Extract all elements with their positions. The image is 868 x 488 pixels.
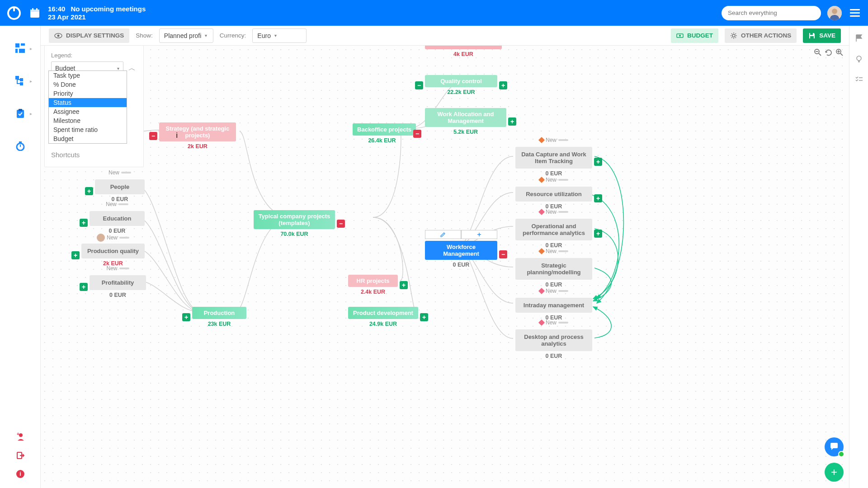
search-input[interactable] — [728, 9, 815, 16]
rail-timer[interactable] — [11, 137, 29, 155]
legend-option[interactable]: Status — [49, 98, 127, 107]
currency-label: Currency: — [220, 32, 246, 39]
legend-option[interactable]: % Done — [49, 80, 127, 89]
expand-toggle[interactable]: + — [182, 313, 190, 321]
legend-dropdown[interactable]: Task type% DonePriorityStatusAssigneeMil… — [48, 70, 127, 144]
toolbar: DISPLAY SETTINGS Show: Planned profi▾ Cu… — [41, 26, 849, 46]
currency-select[interactable]: Euro▾ — [252, 28, 307, 43]
node-workforce[interactable]: Workforce Management 0 EUR − — [425, 241, 497, 268]
node-production[interactable]: Production 23k EUR + — [192, 307, 246, 327]
right-rail — [849, 26, 868, 488]
user-avatar[interactable] — [827, 6, 842, 20]
svg-rect-9 — [15, 43, 19, 47]
rail-add-user-icon[interactable]: + — [16, 432, 25, 443]
collapse-panel-icon[interactable]: ︿ — [127, 63, 137, 73]
node-center[interactable]: Typical company projects (templates) 70.… — [254, 210, 335, 237]
legend-option[interactable]: Priority — [49, 89, 127, 98]
expand-toggle[interactable]: + — [80, 219, 88, 227]
node-backoffice[interactable]: Backoffice projects 26.4k EUR − — [353, 123, 411, 144]
show-select[interactable]: Planned profi▾ — [159, 28, 213, 43]
collapse-toggle[interactable]: − — [415, 81, 423, 89]
calendar-icon[interactable] — [29, 7, 41, 19]
svg-rect-5 — [36, 8, 38, 10]
svg-line-35 — [819, 53, 821, 56]
collapse-toggle[interactable]: − — [413, 130, 421, 138]
svg-line-38 — [840, 53, 843, 56]
expand-toggle[interactable]: + — [499, 81, 507, 89]
node-data-capture[interactable]: New Data Capture and Work Item Tracking … — [515, 147, 592, 177]
node-product-dev[interactable]: Product development 24.9k EUR + — [348, 307, 418, 327]
mindmap-canvas[interactable]: ▸ Legend: Budget ▾ ︿ Shortcuts Task type… — [41, 46, 849, 488]
expand-drawer-icon[interactable]: ▸ — [41, 197, 43, 217]
node-quality-control[interactable]: Quality control 22.2k EUR − + — [425, 75, 497, 95]
svg-rect-3 — [30, 9, 39, 12]
expand-toggle[interactable]: + — [420, 313, 428, 321]
checklist-icon[interactable] — [855, 75, 863, 85]
svg-rect-14 — [20, 79, 23, 81]
node-desktop[interactable]: New Desktop and process analytics 0 EUR — [515, 329, 592, 359]
display-settings-button[interactable]: DISPLAY SETTINGS — [49, 28, 129, 43]
show-label: Show: — [136, 32, 153, 39]
save-button[interactable]: SAVE — [803, 28, 841, 43]
expand-toggle[interactable]: + — [80, 283, 88, 291]
svg-rect-32 — [810, 33, 813, 35]
collapse-toggle[interactable]: − — [149, 132, 157, 140]
chat-fab[interactable] — [825, 437, 844, 456]
legend-option[interactable]: Spent time ratio — [49, 125, 127, 134]
search-box[interactable] — [722, 6, 821, 20]
other-actions-button[interactable]: OTHER ACTIONS — [725, 28, 797, 43]
legend-option[interactable]: Milestone — [49, 116, 127, 125]
node-prod-quality[interactable]: New Production quality 2k EUR + — [81, 244, 145, 267]
expand-toggle[interactable]: + — [71, 251, 80, 259]
rail-hierarchy[interactable]: ▸ — [11, 72, 29, 90]
info-badge-icon[interactable]: i — [176, 131, 178, 140]
zoom-out-icon[interactable] — [814, 48, 822, 58]
legend-option[interactable]: Task type — [49, 71, 127, 80]
svg-rect-1 — [13, 8, 15, 11]
collapse-toggle[interactable]: − — [499, 250, 507, 258]
node-work-allocation[interactable]: Work Allocation and Management 5.2k EUR … — [425, 108, 506, 135]
node-profitability[interactable]: New Profitability 0 EUR + — [90, 275, 146, 298]
rail-dashboard[interactable]: ▸ — [11, 39, 29, 57]
expand-toggle[interactable]: + — [594, 194, 602, 202]
node-top-cut[interactable]: 4k EUR — [425, 46, 502, 57]
collapse-toggle[interactable]: − — [337, 220, 345, 228]
rail-info-icon[interactable]: i — [16, 470, 24, 480]
add-fab[interactable]: + — [825, 463, 844, 482]
app-logo[interactable] — [6, 5, 22, 21]
svg-text:+: + — [17, 432, 19, 436]
node-people[interactable]: New People 0 EUR + — [95, 179, 145, 202]
budget-button[interactable]: BUDGET — [671, 28, 718, 43]
header-time: 16:40 — [48, 5, 65, 13]
svg-point-7 — [832, 9, 837, 14]
expand-toggle[interactable]: + — [400, 281, 408, 289]
zoom-reset-icon[interactable] — [825, 48, 833, 58]
expand-toggle[interactable]: + — [85, 187, 93, 195]
node-op-perf[interactable]: New Operational and performance analytic… — [515, 219, 592, 249]
node-education[interactable]: New Education 0 EUR + — [90, 211, 145, 234]
node-strat-plan[interactable]: New Strategic planning/modelling 0 EUR — [515, 258, 592, 288]
node-hr[interactable]: HR projects 2.4k EUR + — [348, 275, 398, 295]
legend-option[interactable]: Assignee — [49, 107, 127, 116]
main-menu-icon[interactable] — [848, 7, 862, 19]
svg-rect-13 — [16, 76, 19, 79]
svg-rect-17 — [19, 109, 22, 111]
expand-toggle[interactable]: + — [508, 117, 516, 126]
header-date: 23 Apr 2021 — [48, 13, 146, 21]
node-strategy[interactable]: Strategy (and strategic projects) 2k EUR… — [159, 122, 236, 150]
bulb-icon[interactable] — [855, 55, 863, 65]
expand-toggle[interactable]: + — [594, 230, 602, 238]
svg-text:i: i — [19, 471, 21, 477]
rail-logout-icon[interactable] — [16, 451, 25, 462]
legend-option[interactable]: Budget — [49, 134, 127, 143]
edit-node-icon[interactable] — [425, 230, 461, 239]
node-resource-util[interactable]: New Resource utilization 0 EUR + — [515, 187, 592, 210]
expand-toggle[interactable]: + — [594, 158, 602, 166]
add-subnode-icon[interactable] — [461, 230, 497, 239]
flag-icon[interactable] — [855, 34, 863, 44]
node-intraday[interactable]: New Intraday management 0 EUR — [515, 298, 592, 321]
avatar-icon — [97, 234, 105, 242]
rail-tasks[interactable]: ▸ — [11, 104, 29, 122]
svg-rect-12 — [19, 49, 25, 53]
zoom-in-icon[interactable] — [835, 48, 844, 58]
